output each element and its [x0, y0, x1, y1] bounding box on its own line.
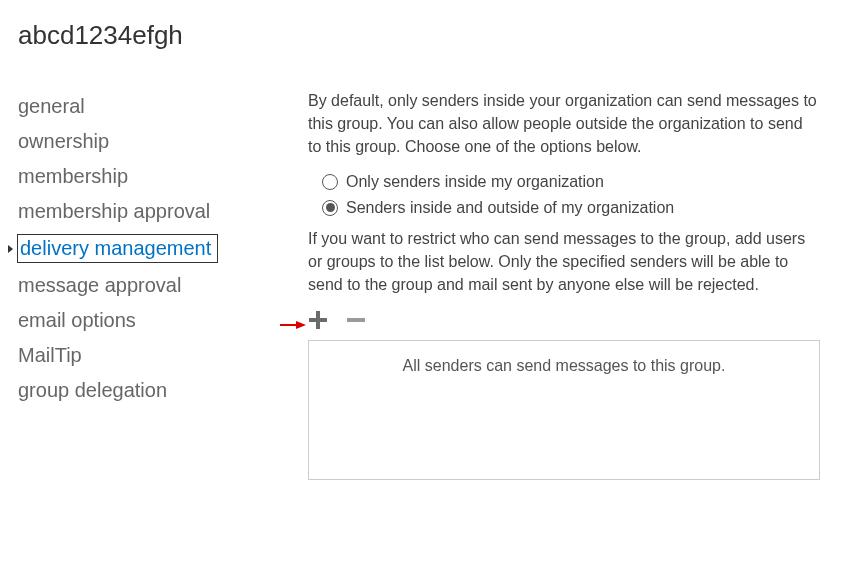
- sidebar-item-membership-approval[interactable]: membership approval: [18, 194, 248, 229]
- main-panel: By default, only senders inside your org…: [308, 89, 850, 480]
- description-restrict-senders: If you want to restrict who can send mes…: [308, 227, 820, 297]
- sidebar-item-label: message approval: [18, 274, 181, 296]
- sidebar-item-label: ownership: [18, 130, 109, 152]
- radio-label: Only senders inside my organization: [346, 173, 604, 191]
- sidebar-item-label: MailTip: [18, 344, 82, 366]
- allowed-senders-list[interactable]: All senders can send messages to this gr…: [308, 340, 820, 480]
- sidebar-item-label: general: [18, 95, 85, 117]
- sidebar-item-message-approval[interactable]: message approval: [18, 268, 248, 303]
- sidebar-item-label: membership approval: [18, 200, 210, 222]
- radio-inside-and-outside[interactable]: Senders inside and outside of my organiz…: [322, 195, 820, 221]
- radio-label: Senders inside and outside of my organiz…: [346, 199, 674, 217]
- sidebar-item-mailtip[interactable]: MailTip: [18, 338, 248, 373]
- annotation-arrow-icon: [280, 316, 306, 334]
- sidebar-item-label: delivery management: [18, 235, 217, 262]
- remove-sender-button[interactable]: [346, 310, 366, 330]
- sidebar-item-ownership[interactable]: ownership: [18, 124, 248, 159]
- svg-rect-1: [309, 318, 327, 322]
- description-senders-default: By default, only senders inside your org…: [308, 89, 820, 159]
- sidebar-item-delivery-management[interactable]: delivery management: [18, 229, 248, 268]
- sender-scope-radio-group: Only senders inside my organization Send…: [322, 169, 820, 221]
- svg-rect-2: [347, 318, 365, 322]
- empty-list-text: All senders can send messages to this gr…: [403, 357, 726, 374]
- plus-icon: [308, 310, 328, 330]
- sidebar-item-email-options[interactable]: email options: [18, 303, 248, 338]
- senders-toolbar: [308, 310, 820, 330]
- radio-only-inside[interactable]: Only senders inside my organization: [322, 169, 820, 195]
- minus-icon: [346, 310, 366, 330]
- radio-icon: [322, 200, 338, 216]
- settings-sidebar: general ownership membership membership …: [18, 89, 248, 480]
- page-title: abcd1234efgh: [18, 20, 850, 51]
- sidebar-item-group-delegation[interactable]: group delegation: [18, 373, 248, 408]
- sidebar-item-label: email options: [18, 309, 136, 331]
- caret-right-icon: [8, 245, 13, 253]
- sidebar-item-label: group delegation: [18, 379, 167, 401]
- sidebar-item-membership[interactable]: membership: [18, 159, 248, 194]
- add-sender-button[interactable]: [308, 310, 328, 330]
- sidebar-item-general[interactable]: general: [18, 89, 248, 124]
- radio-icon: [322, 174, 338, 190]
- sidebar-item-label: membership: [18, 165, 128, 187]
